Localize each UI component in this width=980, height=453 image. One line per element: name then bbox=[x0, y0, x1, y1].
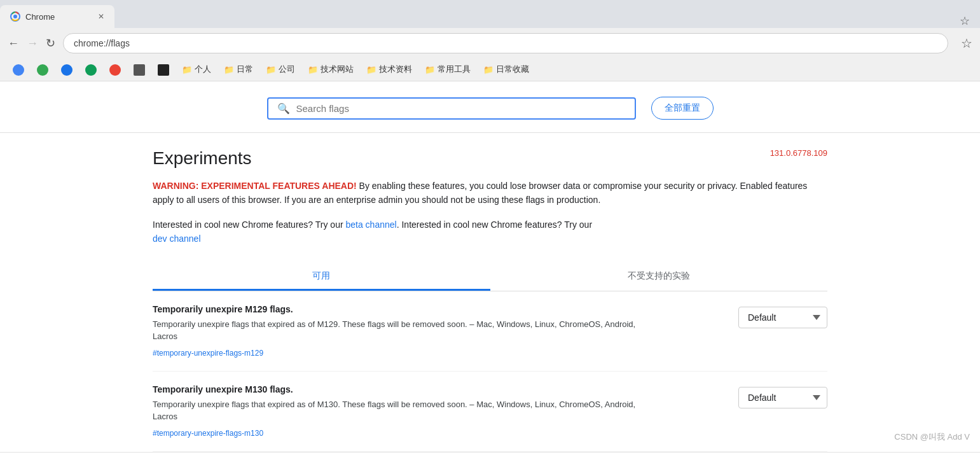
extension-icon-3[interactable] bbox=[56, 63, 78, 77]
page-content: 🔍 全部重置 Experiments 131.0.6778.109 WARNIN… bbox=[0, 81, 980, 452]
extension-icon-5[interactable] bbox=[104, 63, 126, 77]
extension-icon-1[interactable] bbox=[8, 63, 29, 77]
bookmark-label: 日常收藏 bbox=[496, 64, 529, 75]
bookmark-label: 技术网站 bbox=[321, 64, 354, 75]
bookmark-star-icon[interactable]: ☆ bbox=[961, 36, 972, 51]
bookmarks-bar: 📁 个人 📁 日常 📁 公司 📁 技术网站 📁 技术资料 📁 常用工具 📁 日常… bbox=[0, 59, 980, 81]
extension-icon-4[interactable] bbox=[80, 63, 102, 77]
flags-main-content: Experiments 131.0.6778.109 WARNING: EXPE… bbox=[0, 133, 980, 452]
beta-channel-link[interactable]: beta channel bbox=[345, 220, 396, 230]
search-box-container: 🔍 bbox=[267, 97, 636, 120]
extension-icon-2[interactable] bbox=[32, 63, 53, 77]
svg-point-1 bbox=[13, 15, 17, 18]
folder-icon: 📁 bbox=[425, 65, 435, 74]
search-flags-input[interactable] bbox=[296, 103, 626, 114]
extension-icon-7[interactable] bbox=[153, 63, 174, 77]
browser-tab[interactable]: Chrome ✕ bbox=[0, 5, 114, 28]
tab-available[interactable]: 可用 bbox=[153, 261, 490, 291]
bookmark-label: 技术资料 bbox=[379, 64, 412, 75]
folder-icon: 📁 bbox=[182, 65, 192, 74]
address-input[interactable] bbox=[63, 33, 948, 53]
forward-button[interactable]: → bbox=[27, 37, 38, 50]
reset-all-button[interactable]: 全部重置 bbox=[651, 97, 714, 120]
star-icon[interactable]: ☆ bbox=[949, 14, 980, 28]
tab-close-button[interactable]: ✕ bbox=[98, 12, 104, 21]
experiments-header: Experiments 131.0.6778.109 bbox=[153, 148, 827, 169]
address-bar: ← → ↻ ☆ bbox=[0, 28, 980, 59]
bookmark-label: 公司 bbox=[279, 64, 295, 75]
flag-title-m130: Temporarily unexpire M130 flags. bbox=[153, 384, 661, 394]
flag-item-m130: Temporarily unexpire M130 flags. Tempora… bbox=[153, 372, 827, 452]
interest-text-1: Interested in cool new Chrome features? … bbox=[153, 220, 345, 230]
version-text: 131.0.6778.109 bbox=[770, 148, 827, 158]
bookmark-label: 个人 bbox=[195, 64, 211, 75]
folder-icon: 📁 bbox=[308, 65, 318, 74]
flag-link-m130[interactable]: #temporary-unexpire-flags-m130 bbox=[153, 429, 263, 438]
interest-paragraph: Interested in cool new Chrome features? … bbox=[153, 218, 827, 246]
chrome-tab-icon bbox=[10, 11, 20, 22]
bookmark-日常[interactable]: 📁 日常 bbox=[219, 63, 258, 76]
interest-text-2: . Interested in cool new Chrome features… bbox=[397, 220, 592, 230]
tab-bar: Chrome ✕ ☆ bbox=[0, 0, 980, 28]
flag-control-m129: Default Enabled Disabled bbox=[738, 307, 827, 328]
bookmark-日常收藏[interactable]: 📁 日常收藏 bbox=[478, 63, 534, 76]
flag-desc-m130: Temporarily unexpire flags that expired … bbox=[153, 398, 661, 423]
bookmark-常用工具[interactable]: 📁 常用工具 bbox=[420, 63, 476, 76]
warning-paragraph: WARNING: EXPERIMENTAL FEATURES AHEAD! By… bbox=[153, 179, 827, 207]
flag-select-m129[interactable]: Default Enabled Disabled bbox=[738, 307, 827, 328]
flags-tabs: 可用 不受支持的实验 bbox=[153, 261, 827, 291]
bookmark-技术资料[interactable]: 📁 技术资料 bbox=[361, 63, 417, 76]
bookmark-label: 常用工具 bbox=[438, 64, 471, 75]
bookmark-公司[interactable]: 📁 公司 bbox=[261, 63, 300, 76]
bookmark-label: 日常 bbox=[237, 64, 253, 75]
search-icon: 🔍 bbox=[277, 102, 290, 115]
tab-unsupported[interactable]: 不受支持的实验 bbox=[490, 261, 828, 291]
flag-desc-m129: Temporarily unexpire flags that expired … bbox=[153, 318, 661, 343]
folder-icon: 📁 bbox=[366, 65, 376, 74]
back-button[interactable]: ← bbox=[8, 37, 19, 50]
folder-icon: 📁 bbox=[266, 65, 276, 74]
warning-highlight: WARNING: EXPERIMENTAL FEATURES AHEAD! bbox=[153, 181, 357, 191]
flag-title-m129: Temporarily unexpire M129 flags. bbox=[153, 304, 661, 314]
reload-button[interactable]: ↻ bbox=[46, 36, 55, 50]
page-title: Experiments bbox=[153, 148, 252, 169]
dev-channel-link[interactable]: dev channel bbox=[153, 233, 201, 244]
flags-search-bar: 🔍 全部重置 bbox=[0, 81, 980, 133]
flag-control-m130: Default Enabled Disabled bbox=[738, 387, 827, 408]
browser-frame: Chrome ✕ ☆ ← → ↻ ☆ bbox=[0, 0, 980, 81]
flag-item-m129: Temporarily unexpire M129 flags. Tempora… bbox=[153, 291, 827, 372]
flag-info-m130: Temporarily unexpire M130 flags. Tempora… bbox=[153, 384, 661, 438]
folder-icon: 📁 bbox=[483, 65, 493, 74]
folder-icon: 📁 bbox=[224, 65, 234, 74]
extension-icon-6[interactable] bbox=[128, 63, 150, 77]
flag-link-m129[interactable]: #temporary-unexpire-flags-m129 bbox=[153, 349, 263, 358]
flag-select-m130[interactable]: Default Enabled Disabled bbox=[738, 387, 827, 408]
tab-title: Chrome bbox=[25, 12, 55, 22]
bookmark-技术网站[interactable]: 📁 技术网站 bbox=[303, 63, 359, 76]
bookmark-个人[interactable]: 📁 个人 bbox=[177, 63, 216, 76]
flag-info-m129: Temporarily unexpire M129 flags. Tempora… bbox=[153, 304, 661, 358]
